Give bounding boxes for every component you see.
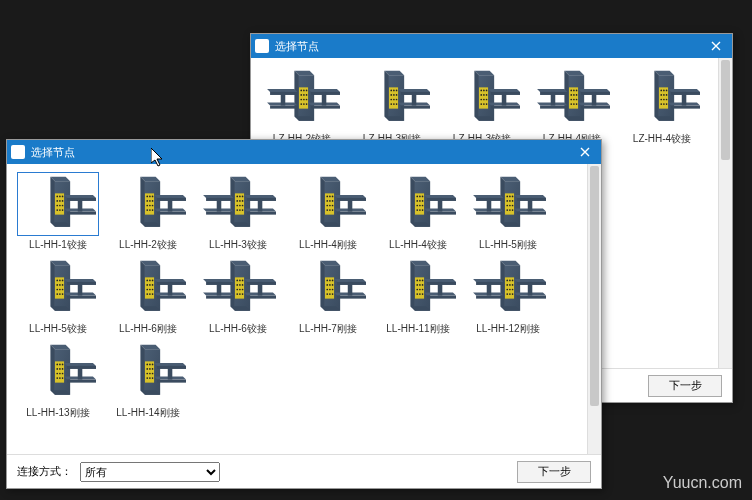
node-item: LZ-HH-3刚接: [349, 66, 435, 146]
svg-marker-420: [528, 282, 533, 296]
node-thumbnail[interactable]: [621, 66, 703, 130]
svg-point-269: [509, 205, 511, 207]
svg-marker-163: [78, 198, 83, 212]
svg-marker-348: [247, 296, 276, 299]
svg-point-65: [486, 103, 488, 105]
svg-marker-416: [514, 279, 546, 282]
svg-point-334: [239, 280, 241, 282]
svg-point-85: [570, 103, 572, 105]
node-label: LL-HH-5铰接: [29, 322, 87, 336]
svg-point-57: [480, 94, 482, 96]
svg-marker-301: [64, 279, 96, 282]
svg-marker-25: [270, 106, 297, 109]
node-thumbnail[interactable]: [287, 256, 369, 320]
svg-point-180: [152, 209, 154, 211]
svg-point-340: [239, 289, 241, 291]
svg-point-441: [59, 377, 61, 379]
svg-marker-72: [564, 71, 569, 121]
svg-point-173: [149, 200, 151, 202]
titlebar[interactable]: 选择节点: [251, 34, 732, 58]
close-button[interactable]: [573, 140, 597, 164]
svg-point-362: [332, 280, 334, 282]
svg-point-78: [576, 90, 578, 92]
svg-point-229: [332, 209, 334, 211]
svg-point-314: [146, 284, 148, 286]
svg-marker-207: [258, 198, 263, 212]
node-thumbnail[interactable]: [287, 172, 369, 236]
svg-point-156: [56, 209, 58, 211]
svg-point-337: [239, 284, 241, 286]
node-thumbnail[interactable]: [377, 256, 459, 320]
svg-marker-323: [154, 279, 186, 282]
svg-marker-66: [488, 89, 520, 92]
svg-point-83: [573, 99, 575, 101]
svg-point-336: [236, 284, 238, 286]
node-thumbnail[interactable]: [531, 66, 613, 130]
filter-select[interactable]: 所有: [80, 462, 220, 482]
svg-point-267: [512, 200, 514, 202]
node-thumbnail[interactable]: [377, 172, 459, 236]
titlebar[interactable]: 选择节点: [7, 140, 601, 164]
svg-point-385: [416, 284, 418, 286]
svg-marker-256: [438, 198, 443, 212]
node-item: LL-HH-3铰接: [195, 172, 281, 252]
svg-point-198: [239, 205, 241, 207]
close-button[interactable]: [704, 34, 728, 58]
svg-point-335: [242, 280, 244, 282]
svg-marker-274: [514, 195, 546, 198]
svg-point-221: [326, 200, 328, 202]
svg-point-268: [506, 205, 508, 207]
svg-point-316: [152, 284, 154, 286]
node-label: LL-HH-13刚接: [26, 406, 89, 420]
next-button[interactable]: 下一步: [517, 461, 591, 483]
svg-point-59: [486, 94, 488, 96]
node-thumbnail[interactable]: [467, 172, 549, 236]
scrollbar[interactable]: [718, 58, 732, 368]
svg-point-64: [483, 103, 485, 105]
svg-marker-327: [168, 282, 173, 296]
svg-point-300: [62, 293, 64, 295]
node-item: LZ-HH-4刚接: [529, 66, 615, 146]
scrollbar[interactable]: [587, 164, 601, 454]
svg-point-265: [506, 200, 508, 202]
svg-marker-449: [140, 345, 145, 395]
svg-point-147: [56, 196, 58, 198]
node-thumbnail[interactable]: [351, 66, 433, 130]
svg-marker-206: [247, 212, 276, 215]
svg-marker-447: [78, 366, 83, 380]
svg-point-312: [149, 280, 151, 282]
svg-point-321: [149, 293, 151, 295]
node-thumbnail[interactable]: [17, 256, 99, 320]
svg-point-463: [149, 377, 151, 379]
svg-point-110: [663, 99, 665, 101]
svg-point-177: [152, 205, 154, 207]
svg-marker-443: [64, 363, 96, 366]
svg-point-240: [416, 196, 418, 198]
node-thumbnail[interactable]: [467, 256, 549, 320]
svg-marker-278: [528, 198, 533, 212]
svg-marker-97: [551, 92, 556, 106]
svg-point-431: [56, 364, 58, 366]
svg-point-195: [239, 200, 241, 202]
svg-point-435: [59, 368, 61, 370]
node-thumbnail[interactable]: [17, 172, 99, 236]
svg-point-12: [303, 99, 305, 101]
svg-point-262: [506, 196, 508, 198]
node-thumbnail[interactable]: [197, 256, 279, 320]
svg-point-56: [486, 90, 488, 92]
node-thumbnail[interactable]: [107, 256, 189, 320]
svg-point-404: [506, 280, 508, 282]
node-thumbnail[interactable]: [261, 66, 343, 130]
node-thumbnail[interactable]: [17, 340, 99, 404]
svg-point-247: [419, 205, 421, 207]
svg-point-341: [242, 289, 244, 291]
svg-point-197: [236, 205, 238, 207]
node-thumbnail[interactable]: [197, 172, 279, 236]
next-button[interactable]: 下一步: [648, 375, 722, 397]
node-thumbnail[interactable]: [107, 172, 189, 236]
svg-marker-427: [50, 345, 55, 395]
node-thumbnail[interactable]: [107, 340, 189, 404]
svg-point-114: [666, 103, 668, 105]
node-thumbnail[interactable]: [441, 66, 523, 130]
svg-point-154: [59, 205, 61, 207]
